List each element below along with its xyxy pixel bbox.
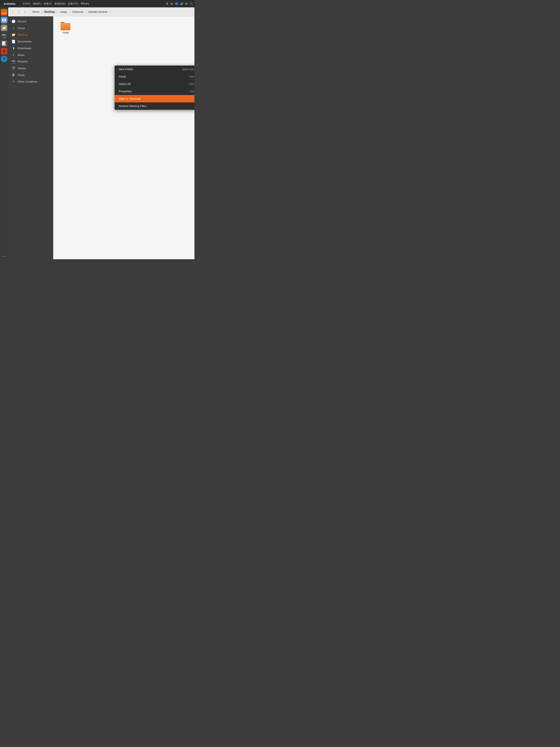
menu-view[interactable]: 查看(V) (44, 2, 52, 5)
context-menu-paste-label: Paste (119, 75, 126, 78)
sidebar-item-home-label: Home (18, 27, 25, 30)
menu-tab[interactable]: 选项卡(T) (68, 2, 78, 5)
folder-csapp[interactable]: csapp (57, 21, 74, 36)
folder-csapp-label: csapp (62, 31, 69, 34)
pause-icon[interactable]: ⏸ (166, 2, 169, 5)
home-nav-button[interactable]: ⌂ (22, 9, 28, 15)
desktop-icon: 📁 (11, 33, 16, 37)
sidebar-item-desktop[interactable]: 📁 Desktop (8, 31, 53, 38)
context-menu-select-all[interactable]: Select All Ctrl+A (115, 80, 194, 88)
context-menu-open-terminal-label: Open in Terminal (119, 97, 140, 100)
context-menu-restore-missing-label: Restore Missing Files... (119, 104, 149, 108)
context-menu-paste[interactable]: Paste Ctrl+V (115, 73, 194, 80)
sidebar-item-other-locations-label: Other Locations (18, 80, 37, 83)
dock-item-help[interactable]: ? (1, 56, 7, 62)
network-icon[interactable]: 🖥 (170, 2, 173, 5)
power-icon[interactable]: ⚙ (185, 2, 188, 5)
breadcrumb-1datalab[interactable]: 1DataLab (70, 9, 85, 14)
folder-shape (60, 23, 71, 30)
pictures-icon: 📷 (11, 59, 16, 63)
sidebar-item-videos-label: Videos (18, 67, 26, 70)
topbar: Activities 文件(F) 编辑(E) 查看(V) 虚拟机(M) 选项卡(… (0, 0, 194, 7)
dock-dots: ••• (2, 255, 6, 258)
downloads-icon: ⬇ (11, 46, 16, 50)
sidebar-item-pictures[interactable]: 📷 Pictures (8, 58, 53, 65)
sidebar-item-documents-label: Documents (18, 40, 31, 43)
context-menu-properties[interactable]: Properties Ctrl+I (115, 88, 194, 95)
music-icon: ♫ (11, 53, 16, 57)
topbar-right: ⏸ 🖥 🔵 🔊 ⚙ ⬛ (166, 2, 193, 5)
documents-icon: 📄 (11, 40, 16, 44)
menu-vm[interactable]: 虚拟机(M) (54, 2, 65, 5)
toolbar: ‹ › ⌂ Home › Desktop › csapp › 1DataLab … (8, 7, 194, 17)
context-menu-properties-shortcut: Ctrl+I (190, 90, 194, 93)
folder-csapp-icon (60, 22, 71, 30)
activities-button[interactable]: Activities (2, 1, 18, 6)
dock-item-mail[interactable]: 📧 (1, 17, 7, 23)
dock-item-font[interactable]: A (1, 48, 7, 54)
topbar-menu: 文件(F) 编辑(E) 查看(V) 虚拟机(M) 选项卡(T) 帮助(H) (19, 2, 165, 5)
sidebar: 🕐 Recent ⌂ Home 📁 Desktop 📄 Documents ⬇ … (8, 17, 53, 259)
breadcrumb-sep-5: › (109, 10, 110, 13)
breadcrumb-csapp[interactable]: csapp (58, 9, 69, 14)
file-manager: ‹ › ⌂ Home › Desktop › csapp › 1DataLab … (8, 7, 194, 259)
breadcrumb: Home › Desktop › csapp › 1DataLab › data… (30, 9, 110, 14)
toolbar-nav: ‹ › ⌂ (10, 9, 28, 15)
breadcrumb-desktop[interactable]: Desktop (43, 9, 57, 14)
context-menu-restore-missing[interactable]: Restore Missing Files... (115, 102, 194, 110)
dock-item-doc[interactable]: 📝 (1, 40, 7, 47)
sidebar-item-downloads[interactable]: ⬇ Downloads (8, 45, 53, 52)
sidebar-item-recent[interactable]: 🕐 Recent (8, 18, 53, 25)
breadcrumb-datalab-handout[interactable]: datalab-handout (86, 9, 109, 14)
forward-button[interactable]: › (16, 9, 22, 15)
dock-item-firefox[interactable]: 🦊 (1, 9, 7, 16)
sidebar-item-pictures-label: Pictures (18, 60, 28, 63)
volume-icon[interactable]: 🔊 (180, 2, 183, 5)
context-menu: New Folder Shift+Ctrl+N Paste Ctrl+V Sel… (115, 66, 194, 110)
file-area[interactable]: csapp New Folder Shift+Ctrl+N Paste Ctrl… (53, 17, 194, 259)
menu-file[interactable]: 文件(F) (23, 2, 30, 5)
bluetooth-icon[interactable]: 🔵 (175, 2, 178, 5)
sidebar-item-documents[interactable]: 📄 Documents (8, 38, 53, 45)
context-menu-new-folder[interactable]: New Folder Shift+Ctrl+N (115, 66, 194, 73)
sidebar-item-recent-label: Recent (18, 20, 26, 23)
sidebar-item-music-label: Music (18, 53, 25, 56)
trash-icon: 🗑 (11, 73, 16, 77)
window-controls[interactable]: ⬛ (189, 2, 193, 5)
dock-bottom: ••• (2, 255, 6, 258)
home-icon: ⌂ (11, 26, 16, 30)
sidebar-item-music[interactable]: ♫ Music (8, 52, 53, 58)
back-button[interactable]: ‹ (10, 9, 16, 15)
sidebar-item-trash-label: Trash (18, 74, 25, 77)
sidebar-item-videos[interactable]: 🎬 Videos (8, 65, 53, 72)
content-area: 🕐 Recent ⌂ Home 📁 Desktop 📄 Documents ⬇ … (8, 17, 194, 259)
context-menu-new-folder-shortcut: Shift+Ctrl+N (182, 68, 194, 71)
dock-item-camera[interactable]: 📷 (1, 32, 7, 39)
sidebar-item-desktop-label: Desktop (18, 33, 28, 36)
sidebar-item-other-locations[interactable]: + Other Locations (8, 78, 53, 85)
videos-icon: 🎬 (11, 66, 16, 70)
sidebar-item-downloads-label: Downloads (18, 47, 31, 50)
context-menu-select-all-shortcut: Ctrl+A (189, 82, 194, 85)
menu-edit[interactable]: 编辑(E) (33, 2, 41, 5)
context-menu-new-folder-label: New Folder (119, 68, 133, 71)
other-locations-icon: + (11, 80, 16, 83)
breadcrumb-home[interactable]: Home (30, 9, 42, 14)
context-menu-select-all-label: Select All (119, 82, 131, 85)
recent-icon: 🕐 (11, 20, 16, 23)
context-menu-paste-shortcut: Ctrl+V (189, 75, 194, 78)
menu-help[interactable]: 帮助(H) (81, 2, 89, 5)
context-menu-properties-label: Properties (119, 90, 132, 93)
dock-item-files[interactable]: 📁 (1, 25, 7, 31)
sidebar-item-home[interactable]: ⌂ Home (8, 25, 53, 31)
sidebar-item-trash[interactable]: 🗑 Trash (8, 72, 53, 78)
context-menu-open-terminal[interactable]: Open in Terminal (115, 95, 194, 102)
dock: 🦊 📧 📁 📷 📝 A ? ••• (0, 7, 8, 259)
